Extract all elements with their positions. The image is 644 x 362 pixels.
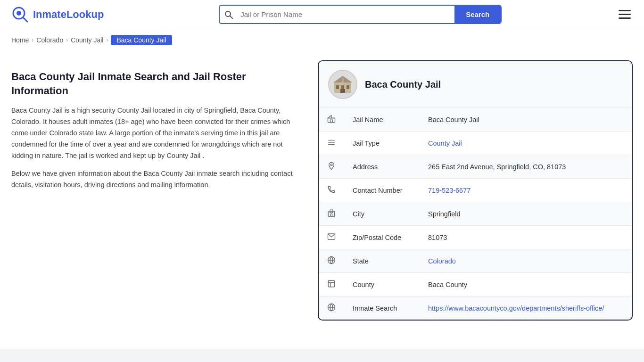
- footer-bar: [0, 349, 644, 362]
- left-panel: Baca County Jail Inmate Search and Jail …: [11, 60, 304, 197]
- row-value[interactable]: Colorado: [420, 249, 632, 273]
- row-value: Springfield: [420, 202, 632, 226]
- table-row: Inmate Searchhttps://www.bacacountyco.go…: [319, 296, 632, 320]
- row-label: State: [344, 249, 420, 273]
- table-row: Address265 East 2nd Avenue, Springfield,…: [319, 155, 632, 179]
- svg-rect-20: [330, 210, 333, 213]
- row-label: Jail Type: [344, 132, 420, 155]
- table-row: CitySpringfield: [319, 202, 632, 226]
- svg-rect-26: [328, 280, 335, 287]
- row-label: County: [344, 273, 420, 296]
- jail-avatar: [328, 70, 357, 99]
- page-title: Baca County Jail Inmate Search and Jail …: [11, 70, 304, 98]
- svg-rect-8: [341, 85, 344, 89]
- search-input[interactable]: [238, 6, 454, 23]
- county-icon: [319, 273, 344, 296]
- table-row: Zip/Postal Code81073: [319, 226, 632, 249]
- row-value: Baca County: [420, 273, 632, 296]
- jail-card-header: Baca County Jail: [319, 61, 632, 108]
- svg-line-4: [230, 16, 232, 18]
- description-paragraph-1: Baca County Jail is a high security Coun…: [11, 105, 304, 162]
- chevron-icon: ›: [66, 37, 68, 43]
- chevron-icon: ›: [32, 37, 33, 43]
- info-table: Jail NameBaca County JailJail TypeCounty…: [319, 108, 632, 320]
- chevron-icon: ›: [106, 37, 108, 43]
- hamburger-line: [619, 14, 631, 15]
- search-area: Search: [219, 5, 502, 24]
- row-label: Jail Name: [344, 108, 420, 132]
- description-paragraph-2: Below we have given information about th…: [11, 168, 304, 191]
- table-row: CountyBaca County: [319, 273, 632, 296]
- row-value[interactable]: 719-523-6677: [420, 179, 632, 202]
- hamburger-line: [619, 17, 631, 19]
- state-icon: [319, 249, 344, 273]
- table-row: Contact Number719-523-6677: [319, 179, 632, 202]
- breadcrumb: Home › Colorado › County Jail › Baca Cou…: [0, 29, 644, 51]
- svg-rect-9: [347, 85, 349, 89]
- svg-rect-7: [336, 85, 339, 89]
- breadcrumb-type[interactable]: County Jail: [71, 36, 103, 44]
- location-icon: [319, 155, 344, 179]
- phone-icon: [319, 179, 344, 202]
- zip-icon: [319, 226, 344, 249]
- logo[interactable]: InmateLookup: [11, 6, 104, 24]
- row-label: City: [344, 202, 420, 226]
- svg-rect-11: [342, 78, 344, 82]
- row-label: Address: [344, 155, 420, 179]
- table-row: Jail TypeCounty Jail: [319, 132, 632, 155]
- row-value: Baca County Jail: [420, 108, 632, 132]
- svg-rect-14: [330, 120, 333, 122]
- logo-text: InmateLookup: [33, 8, 104, 21]
- header: InmateLookup Search: [0, 0, 644, 29]
- jail-card: Baca County Jail Jail NameBaca County Ja…: [318, 60, 633, 321]
- logo-icon: [11, 6, 29, 24]
- globe-icon: [319, 296, 344, 320]
- list-icon: [319, 132, 344, 155]
- menu-button[interactable]: [617, 8, 633, 21]
- svg-rect-10: [340, 89, 345, 93]
- hamburger-line: [619, 10, 631, 11]
- row-value: 265 East 2nd Avenue, Springfield, CO, 81…: [420, 155, 632, 179]
- table-row: Jail NameBaca County Jail: [319, 108, 632, 132]
- row-value[interactable]: https://www.bacacountyco.gov/departments…: [420, 296, 632, 320]
- row-value[interactable]: County Jail: [420, 132, 632, 155]
- svg-point-1: [17, 11, 21, 16]
- row-label: Contact Number: [344, 179, 420, 202]
- main-content: Baca County Jail Inmate Search and Jail …: [0, 51, 644, 330]
- search-icon: [220, 10, 238, 19]
- svg-line-2: [23, 17, 27, 22]
- jail-card-title: Baca County Jail: [365, 79, 441, 90]
- table-row: StateColorado: [319, 249, 632, 273]
- breadcrumb-current: Baca County Jail: [111, 35, 172, 45]
- svg-point-18: [330, 164, 332, 166]
- search-button[interactable]: Search: [454, 6, 501, 23]
- breadcrumb-home[interactable]: Home: [11, 36, 29, 44]
- jail-icon: [319, 108, 344, 132]
- row-label: Inmate Search: [344, 296, 420, 320]
- search-wrapper: Search: [219, 5, 502, 24]
- svg-rect-12: [328, 118, 335, 123]
- breadcrumb-state[interactable]: Colorado: [36, 36, 63, 44]
- svg-rect-22: [331, 214, 332, 216]
- row-label: Zip/Postal Code: [344, 226, 420, 249]
- city-icon: [319, 202, 344, 226]
- row-value: 81073: [420, 226, 632, 249]
